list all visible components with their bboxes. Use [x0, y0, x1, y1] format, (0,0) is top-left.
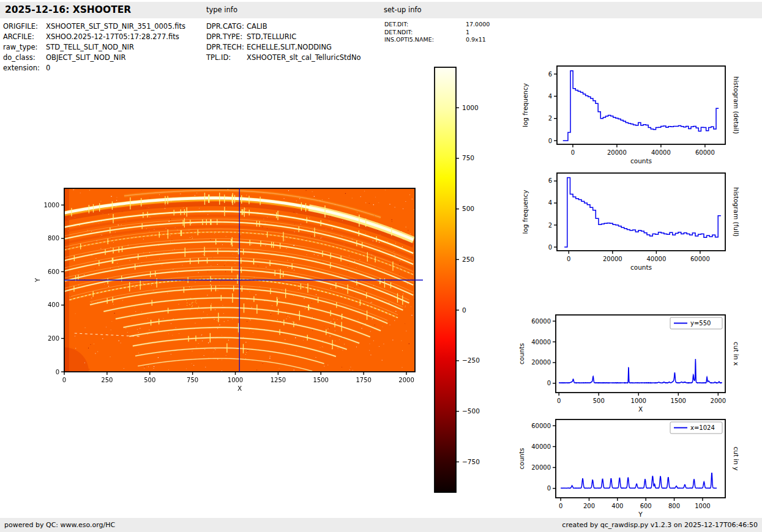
axes-spine [557, 173, 725, 251]
type-info-section-title: type info [206, 2, 237, 18]
histogram-detail-plot: 02000040000600000246countslog frequencyh… [557, 66, 725, 144]
x-axis-label: Y [638, 511, 643, 518]
info-value: 0 [46, 64, 50, 72]
info-value: 17.0000 [466, 21, 490, 28]
colorbar-tick-label: −500 [462, 407, 480, 415]
y-tick-label: 4 [548, 93, 552, 100]
axes-spine [557, 66, 725, 144]
cut-in-y-plot: 020040060080010000200004000060000Ycounts… [556, 419, 725, 498]
x-tick-label: 500 [593, 397, 605, 404]
info-row: ORIGFILE:XSHOOTER_SLT_STD_NIR_351_0005.f… [3, 21, 185, 32]
info-row: DET.NDIT:1 [384, 29, 490, 37]
y-tick-label: 200 [48, 335, 59, 342]
x-axis-label: X [638, 405, 643, 413]
histogram-full-plot: 02000040000600000246countslog frequencyh… [557, 173, 725, 251]
y-tick-label: 2 [548, 222, 552, 229]
y-tick-label: 2 [548, 115, 552, 122]
footer-created-by: created by qc_rawdisp.py v1.2.3 on 2025-… [562, 518, 758, 532]
y-tick-label: 0 [547, 485, 551, 492]
right-axis-label: cut in y [733, 446, 740, 470]
raw-frame-plot: 0250500750100012501500175020000200400600… [64, 188, 415, 372]
y-tick-label: 0 [547, 380, 551, 386]
y-tick-label: 60000 [531, 318, 551, 325]
info-label: DPR.CATG: [206, 21, 247, 32]
colorbar-tick-label: 0 [462, 306, 466, 314]
x-axis-label: X [237, 385, 242, 392]
x-tick-label: 400 [611, 503, 623, 509]
info-label: raw_type: [3, 42, 46, 53]
legend-label: y=550 [690, 320, 711, 327]
hist_detail-svg: 02000040000600000246countslog frequencyh… [557, 66, 725, 144]
colorbar-tick-label: 750 [462, 154, 474, 161]
x-tick-label: 750 [187, 377, 198, 383]
colorbar-tick-label: −250 [462, 357, 480, 364]
info-row: DPR.TYPE:STD,TELLURIC [206, 32, 361, 42]
x-tick-label: 2000 [711, 397, 726, 404]
raw-frame-axes: 0250500750100012501500175020000200400600… [64, 188, 415, 372]
y-axis-label: Y [34, 278, 41, 283]
x-tick-label: 60000 [690, 256, 710, 262]
info-label: ARCFILE: [3, 32, 46, 42]
x-tick-label: 20000 [607, 149, 627, 156]
legend-label: x=1024 [690, 424, 715, 431]
x-tick-label: 40000 [651, 149, 671, 156]
info-row: raw_type:STD_TELL_SLIT_NOD_NIR [3, 42, 185, 53]
colorbar-tick-label: 500 [462, 205, 474, 212]
colorbar-tick-label: 250 [462, 256, 474, 263]
qc-report-page: 2025-12-16: XSHOOTER type info set-up in… [0, 0, 762, 532]
y-tick-label: 6 [548, 71, 552, 78]
y-axis-label: log frequency [521, 190, 529, 234]
cut-in-x-plot: 05001000150020000200004000060000Xcountsc… [556, 315, 725, 393]
y-tick-label: 6 [548, 177, 552, 184]
info-value: OBJECT_SLIT_NOD_NIR [46, 53, 126, 62]
setup-info-block: DET.DIT:17.0000DET.NDIT:1INS.OPTI5.NAME:… [384, 21, 490, 44]
y-tick-label: 60000 [531, 423, 551, 429]
y-tick-label: 600 [48, 268, 59, 275]
y-tick-label: 1000 [44, 202, 59, 209]
info-row: DPR.TECH:ECHELLE,SLIT,NODDING [206, 42, 361, 53]
colorbar-axes: 10007505002500−250−500−750 [435, 67, 456, 492]
x-tick-label: 1250 [271, 377, 286, 383]
x-tick-label: 20000 [603, 256, 622, 262]
info-value: XSHOOTER_slt_cal_TelluricStdNo [247, 53, 361, 62]
info-label: extension: [3, 63, 46, 73]
info-label: DPR.TYPE: [206, 32, 247, 42]
y-tick-label: 0 [56, 369, 59, 375]
info-value: 1 [466, 29, 469, 35]
info-row: extension:0 [3, 63, 185, 73]
type-info-block: DPR.CATG:CALIBDPR.TYPE:STD,TELLURICDPR.T… [206, 21, 361, 63]
x-tick-label: 500 [144, 377, 155, 383]
y-axis-label: log frequency [521, 83, 529, 127]
plot-line [563, 71, 719, 141]
right-axis-label: cut in x [733, 342, 740, 366]
file-info-block: ORIGFILE:XSHOOTER_SLT_STD_NIR_351_0005.f… [3, 21, 185, 73]
info-value: CALIB [247, 22, 267, 31]
info-row: do_class:OBJECT_SLIT_NOD_NIR [3, 53, 185, 63]
x-tick-label: 1750 [356, 377, 371, 383]
info-value: ECHELLE,SLIT,NODDING [247, 43, 332, 51]
page-title: 2025-12-16: XSHOOTER [5, 2, 131, 18]
info-value: 0.9x11 [466, 36, 486, 43]
colorbar: 10007505002500−250−500−750 [435, 67, 456, 492]
y-tick-label: 0 [548, 138, 552, 144]
x-tick-label: 0 [567, 256, 570, 262]
x-tick-label: 1500 [313, 377, 329, 383]
info-label: do_class: [3, 53, 46, 63]
info-row: TPL.ID:XSHOOTER_slt_cal_TelluricStdNo [206, 53, 361, 63]
plot-line [561, 473, 717, 489]
x-tick-label: 60000 [695, 149, 715, 156]
cut_x-svg: 05001000150020000200004000060000Xcountsc… [556, 315, 725, 393]
info-row: DPR.CATG:CALIB [206, 21, 361, 32]
info-value: XSHOO.2025-12-17T05:17:28.277.fits [46, 32, 179, 41]
x-tick-label: 1500 [671, 397, 686, 404]
hist_full-svg: 02000040000600000246countslog frequencyh… [557, 173, 725, 251]
colorbar-tick-label: 1000 [462, 104, 479, 111]
y-tick-label: 400 [48, 301, 59, 308]
x-tick-label: 2000 [398, 377, 414, 383]
info-label: ORIGFILE: [3, 21, 46, 32]
y-tick-label: 40000 [531, 339, 551, 345]
right-axis-label: histogram (detail) [733, 76, 740, 134]
info-label: DPR.TECH: [206, 42, 247, 53]
x-axis-label: counts [630, 157, 652, 164]
x-tick-label: 0 [559, 503, 562, 509]
